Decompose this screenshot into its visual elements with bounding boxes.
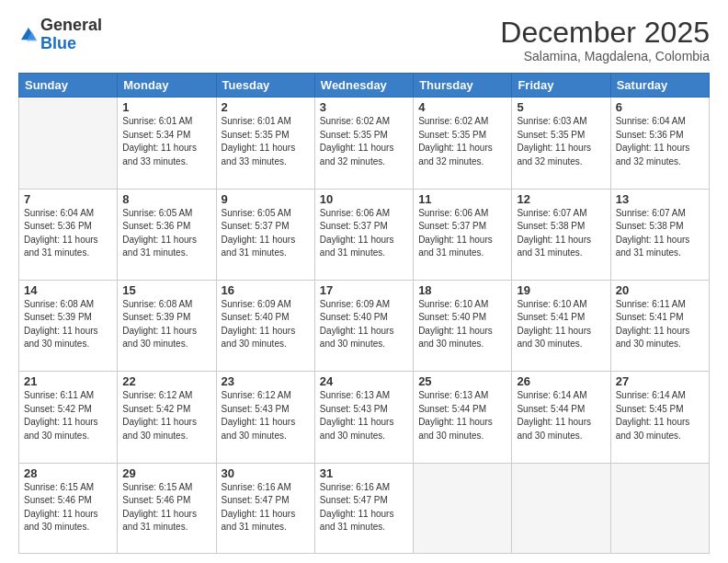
calendar-cell <box>19 98 118 189</box>
day-number: 8 <box>122 192 210 206</box>
day-header: Saturday <box>610 74 709 98</box>
calendar-cell: 1 Sunrise: 6:01 AMSunset: 5:34 PMDayligh… <box>118 98 216 189</box>
day-number: 1 <box>122 100 210 114</box>
calendar-cell <box>512 463 610 553</box>
day-number: 2 <box>222 100 310 114</box>
calendar-cell: 19 Sunrise: 6:10 AMSunset: 5:41 PMDaylig… <box>512 280 610 371</box>
calendar-week-row: 7 Sunrise: 6:04 AMSunset: 5:36 PMDayligh… <box>19 189 710 280</box>
day-number: 25 <box>418 374 506 388</box>
cell-info: Sunrise: 6:11 AMSunset: 5:42 PMDaylight:… <box>24 390 98 441</box>
day-number: 16 <box>222 283 310 297</box>
calendar-cell: 13 Sunrise: 6:07 AMSunset: 5:38 PMDaylig… <box>610 189 709 280</box>
day-number: 26 <box>517 374 605 388</box>
calendar-week-row: 14 Sunrise: 6:08 AMSunset: 5:39 PMDaylig… <box>19 280 710 371</box>
logo-blue: Blue <box>40 35 102 53</box>
day-number: 5 <box>517 100 605 114</box>
calendar-cell: 6 Sunrise: 6:04 AMSunset: 5:36 PMDayligh… <box>610 98 709 189</box>
cell-info: Sunrise: 6:02 AMSunset: 5:35 PMDaylight:… <box>320 116 394 167</box>
day-header: Friday <box>512 74 610 98</box>
calendar-cell: 23 Sunrise: 6:12 AMSunset: 5:43 PMDaylig… <box>216 372 314 463</box>
day-number: 22 <box>122 374 210 388</box>
cell-info: Sunrise: 6:06 AMSunset: 5:37 PMDaylight:… <box>418 208 493 259</box>
calendar-cell: 28 Sunrise: 6:15 AMSunset: 5:46 PMDaylig… <box>19 463 118 553</box>
calendar-cell: 4 Sunrise: 6:02 AMSunset: 5:35 PMDayligh… <box>414 98 512 189</box>
cell-info: Sunrise: 6:01 AMSunset: 5:35 PMDaylight:… <box>222 116 296 167</box>
cell-info: Sunrise: 6:08 AMSunset: 5:39 PMDaylight:… <box>122 299 197 350</box>
day-number: 24 <box>320 374 408 388</box>
day-number: 15 <box>122 283 210 297</box>
day-number: 21 <box>24 374 112 388</box>
page: General Blue December 2025 Salamina, Mag… <box>0 0 728 563</box>
calendar-cell: 27 Sunrise: 6:14 AMSunset: 5:45 PMDaylig… <box>610 372 709 463</box>
calendar-cell: 16 Sunrise: 6:09 AMSunset: 5:40 PMDaylig… <box>216 280 314 371</box>
month-title: December 2025 <box>500 17 710 49</box>
day-number: 20 <box>616 283 704 297</box>
cell-info: Sunrise: 6:01 AMSunset: 5:34 PMDaylight:… <box>122 116 197 167</box>
day-number: 14 <box>24 283 112 297</box>
day-header: Monday <box>118 74 216 98</box>
calendar-cell: 14 Sunrise: 6:08 AMSunset: 5:39 PMDaylig… <box>19 280 118 371</box>
day-number: 17 <box>320 283 408 297</box>
calendar-week-row: 28 Sunrise: 6:15 AMSunset: 5:46 PMDaylig… <box>19 463 710 553</box>
day-number: 28 <box>24 466 112 480</box>
day-header: Sunday <box>19 74 118 98</box>
calendar-cell: 3 Sunrise: 6:02 AMSunset: 5:35 PMDayligh… <box>314 98 413 189</box>
day-header: Wednesday <box>314 74 413 98</box>
cell-info: Sunrise: 6:08 AMSunset: 5:39 PMDaylight:… <box>24 299 98 350</box>
cell-info: Sunrise: 6:06 AMSunset: 5:37 PMDaylight:… <box>320 208 394 259</box>
logo-icon <box>18 25 39 45</box>
cell-info: Sunrise: 6:12 AMSunset: 5:42 PMDaylight:… <box>122 390 197 441</box>
cell-info: Sunrise: 6:07 AMSunset: 5:38 PMDaylight:… <box>517 208 591 259</box>
cell-info: Sunrise: 6:14 AMSunset: 5:44 PMDaylight:… <box>517 390 591 441</box>
cell-info: Sunrise: 6:07 AMSunset: 5:38 PMDaylight:… <box>616 208 690 259</box>
calendar-cell: 17 Sunrise: 6:09 AMSunset: 5:40 PMDaylig… <box>314 280 413 371</box>
cell-info: Sunrise: 6:03 AMSunset: 5:35 PMDaylight:… <box>517 116 591 167</box>
logo-text: General Blue <box>40 17 102 53</box>
calendar-cell: 5 Sunrise: 6:03 AMSunset: 5:35 PMDayligh… <box>512 98 610 189</box>
day-number: 9 <box>222 192 310 206</box>
calendar-cell: 21 Sunrise: 6:11 AMSunset: 5:42 PMDaylig… <box>19 372 118 463</box>
calendar-cell: 12 Sunrise: 6:07 AMSunset: 5:38 PMDaylig… <box>512 189 610 280</box>
calendar-cell: 22 Sunrise: 6:12 AMSunset: 5:42 PMDaylig… <box>118 372 216 463</box>
calendar-cell: 31 Sunrise: 6:16 AMSunset: 5:47 PMDaylig… <box>314 463 413 553</box>
cell-info: Sunrise: 6:10 AMSunset: 5:40 PMDaylight:… <box>418 299 493 350</box>
logo: General Blue <box>18 17 102 53</box>
cell-info: Sunrise: 6:10 AMSunset: 5:41 PMDaylight:… <box>517 299 591 350</box>
calendar-cell: 20 Sunrise: 6:11 AMSunset: 5:41 PMDaylig… <box>610 280 709 371</box>
cell-info: Sunrise: 6:05 AMSunset: 5:37 PMDaylight:… <box>222 208 296 259</box>
day-number: 31 <box>320 466 408 480</box>
day-number: 12 <box>517 192 605 206</box>
calendar-cell: 11 Sunrise: 6:06 AMSunset: 5:37 PMDaylig… <box>414 189 512 280</box>
day-number: 7 <box>24 192 112 206</box>
day-number: 23 <box>222 374 310 388</box>
cell-info: Sunrise: 6:15 AMSunset: 5:46 PMDaylight:… <box>122 482 197 533</box>
calendar-week-row: 21 Sunrise: 6:11 AMSunset: 5:42 PMDaylig… <box>19 372 710 463</box>
cell-info: Sunrise: 6:04 AMSunset: 5:36 PMDaylight:… <box>24 208 98 259</box>
day-number: 29 <box>122 466 210 480</box>
cell-info: Sunrise: 6:02 AMSunset: 5:35 PMDaylight:… <box>418 116 493 167</box>
calendar-cell: 9 Sunrise: 6:05 AMSunset: 5:37 PMDayligh… <box>216 189 314 280</box>
day-number: 19 <box>517 283 605 297</box>
cell-info: Sunrise: 6:05 AMSunset: 5:36 PMDaylight:… <box>122 208 197 259</box>
day-number: 13 <box>616 192 704 206</box>
day-number: 27 <box>616 374 704 388</box>
calendar-cell: 2 Sunrise: 6:01 AMSunset: 5:35 PMDayligh… <box>216 98 314 189</box>
cell-info: Sunrise: 6:09 AMSunset: 5:40 PMDaylight:… <box>320 299 394 350</box>
cell-info: Sunrise: 6:15 AMSunset: 5:46 PMDaylight:… <box>24 482 98 533</box>
day-number: 3 <box>320 100 408 114</box>
calendar-week-row: 1 Sunrise: 6:01 AMSunset: 5:34 PMDayligh… <box>19 98 710 189</box>
day-number: 10 <box>320 192 408 206</box>
day-header: Thursday <box>414 74 512 98</box>
calendar-cell: 29 Sunrise: 6:15 AMSunset: 5:46 PMDaylig… <box>118 463 216 553</box>
day-number: 11 <box>418 192 506 206</box>
cell-info: Sunrise: 6:04 AMSunset: 5:36 PMDaylight:… <box>616 116 690 167</box>
location: Salamina, Magdalena, Colombia <box>500 49 710 63</box>
day-number: 4 <box>418 100 506 114</box>
logo-general: General <box>40 17 102 35</box>
calendar-cell: 26 Sunrise: 6:14 AMSunset: 5:44 PMDaylig… <box>512 372 610 463</box>
calendar-header-row: SundayMondayTuesdayWednesdayThursdayFrid… <box>19 74 710 98</box>
calendar-cell: 15 Sunrise: 6:08 AMSunset: 5:39 PMDaylig… <box>118 280 216 371</box>
calendar-cell: 25 Sunrise: 6:13 AMSunset: 5:44 PMDaylig… <box>414 372 512 463</box>
cell-info: Sunrise: 6:11 AMSunset: 5:41 PMDaylight:… <box>616 299 690 350</box>
cell-info: Sunrise: 6:12 AMSunset: 5:43 PMDaylight:… <box>222 390 296 441</box>
